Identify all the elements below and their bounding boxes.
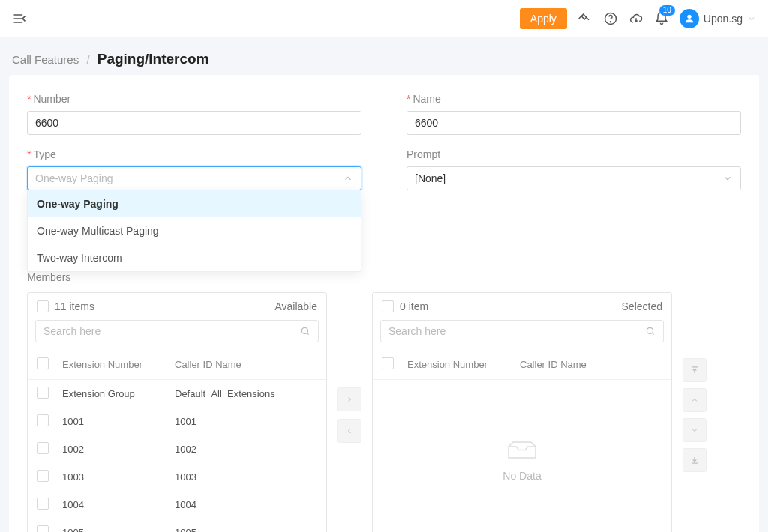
cloud-download-icon[interactable]	[628, 11, 644, 26]
type-option-one-way-paging[interactable]: One-way Paging	[28, 190, 361, 217]
available-panel: 11 items Available Extension Number Call…	[27, 292, 327, 532]
selected-select-all-checkbox[interactable]	[382, 300, 394, 312]
row-name: 1002	[175, 444, 317, 455]
row-name: Default_All_Extensions	[175, 388, 317, 399]
notification-icon[interactable]: 10	[654, 11, 669, 26]
row-ext: Extension Group	[62, 388, 175, 399]
type-dropdown: One-way Paging One-way Multicast Paging …	[27, 190, 362, 272]
type-option-one-way-multicast[interactable]: One-way Multicast Paging	[28, 217, 361, 244]
svg-point-1	[610, 21, 610, 22]
table-row[interactable]: 10051005	[28, 519, 326, 532]
move-down-button[interactable]	[682, 418, 706, 442]
available-list: Extension GroupDefault_All_Extensions100…	[28, 380, 326, 532]
available-search[interactable]	[35, 320, 319, 342]
selected-select-all[interactable]: 0 item	[382, 300, 428, 312]
selected-count: 0 item	[400, 300, 428, 312]
selected-header: Extension Number Caller ID Name	[373, 350, 671, 380]
search-icon	[645, 326, 656, 336]
reorder-controls	[682, 292, 706, 532]
user-menu[interactable]: Upon.sg	[680, 9, 756, 28]
topbar: Apply 10 Upon.sg	[0, 0, 768, 37]
row-checkbox[interactable]	[37, 442, 49, 454]
selected-status: Selected	[622, 300, 662, 312]
empty-icon	[503, 435, 541, 462]
available-header: Extension Number Caller ID Name	[28, 350, 326, 380]
search-icon	[300, 326, 310, 336]
svg-point-2	[687, 14, 691, 18]
number-input[interactable]	[27, 111, 362, 135]
row-ext: 1001	[62, 416, 175, 427]
avatar-icon	[680, 9, 699, 28]
selected-col-ext: Extension Number	[407, 359, 520, 370]
row-name: 1004	[175, 499, 317, 510]
handshake-icon[interactable]	[578, 11, 592, 26]
type-select-value: One-way Paging	[35, 172, 113, 184]
row-ext: 1005	[62, 527, 175, 532]
members-title: Members	[27, 271, 741, 283]
table-row[interactable]: 10011001	[28, 408, 326, 435]
row-ext: 1004	[62, 499, 175, 510]
row-checkbox[interactable]	[37, 470, 49, 482]
table-row[interactable]: Extension GroupDefault_All_Extensions	[28, 380, 326, 408]
shuttle-controls	[338, 292, 362, 532]
breadcrumb: Call Features / Paging/Intercom	[0, 37, 768, 75]
row-checkbox[interactable]	[37, 525, 49, 532]
breadcrumb-parent[interactable]: Call Features	[12, 53, 79, 66]
available-status: Available	[274, 300, 317, 312]
row-checkbox[interactable]	[37, 498, 49, 510]
row-name: 1003	[175, 471, 317, 483]
chevron-down-icon	[747, 14, 756, 23]
available-search-input[interactable]	[44, 325, 300, 337]
selected-search-input[interactable]	[388, 325, 645, 337]
row-name: 1005	[175, 527, 317, 532]
available-header-checkbox[interactable]	[37, 357, 49, 369]
prompt-select-value: [None]	[415, 172, 446, 184]
available-col-ext: Extension Number	[62, 359, 175, 370]
prompt-select[interactable]: [None]	[406, 166, 741, 190]
type-label: *Type	[27, 148, 362, 160]
type-select[interactable]: One-way Paging	[27, 166, 362, 190]
table-row[interactable]: 10041004	[28, 491, 326, 519]
number-label: *Number	[27, 93, 362, 105]
page-title: Paging/Intercom	[98, 51, 209, 67]
move-up-button[interactable]	[682, 388, 706, 412]
type-option-two-way-intercom[interactable]: Two-way Intercom	[28, 244, 361, 271]
row-ext: 1002	[62, 444, 175, 455]
help-icon[interactable]	[603, 11, 618, 26]
svg-point-3	[302, 327, 308, 333]
selected-empty: No Data	[373, 380, 671, 532]
apply-button[interactable]: Apply	[520, 8, 567, 29]
svg-point-4	[646, 327, 652, 333]
selected-panel: 0 item Selected Extension Number Caller …	[372, 292, 672, 532]
prompt-label: Prompt	[406, 148, 741, 160]
move-top-button[interactable]	[682, 358, 706, 382]
table-row[interactable]: 10021002	[28, 435, 326, 463]
name-input[interactable]	[406, 111, 741, 135]
row-name: 1001	[175, 416, 317, 427]
available-count: 11 items	[55, 300, 94, 312]
table-row[interactable]: 10031003	[28, 463, 326, 491]
form-card: *Number *Name *Type One-way Paging One-w…	[9, 75, 759, 532]
available-col-name: Caller ID Name	[175, 359, 317, 370]
breadcrumb-separator: /	[86, 53, 89, 66]
row-checkbox[interactable]	[37, 414, 49, 426]
selected-col-name: Caller ID Name	[520, 359, 662, 370]
name-label: *Name	[406, 93, 741, 105]
notification-badge: 10	[659, 5, 675, 16]
available-select-all-checkbox[interactable]	[37, 300, 49, 312]
selected-header-checkbox[interactable]	[382, 357, 394, 369]
username-label: Upon.sg	[704, 13, 742, 25]
available-select-all[interactable]: 11 items	[37, 300, 94, 312]
selected-search[interactable]	[380, 320, 664, 342]
no-data-label: No Data	[502, 470, 541, 482]
chevron-up-icon	[343, 173, 353, 184]
row-checkbox[interactable]	[37, 387, 49, 399]
move-right-button[interactable]	[338, 387, 362, 411]
move-left-button[interactable]	[338, 419, 362, 443]
move-bottom-button[interactable]	[682, 448, 706, 472]
menu-collapse-icon[interactable]	[12, 11, 27, 26]
chevron-down-icon	[722, 173, 733, 184]
row-ext: 1003	[62, 471, 175, 483]
